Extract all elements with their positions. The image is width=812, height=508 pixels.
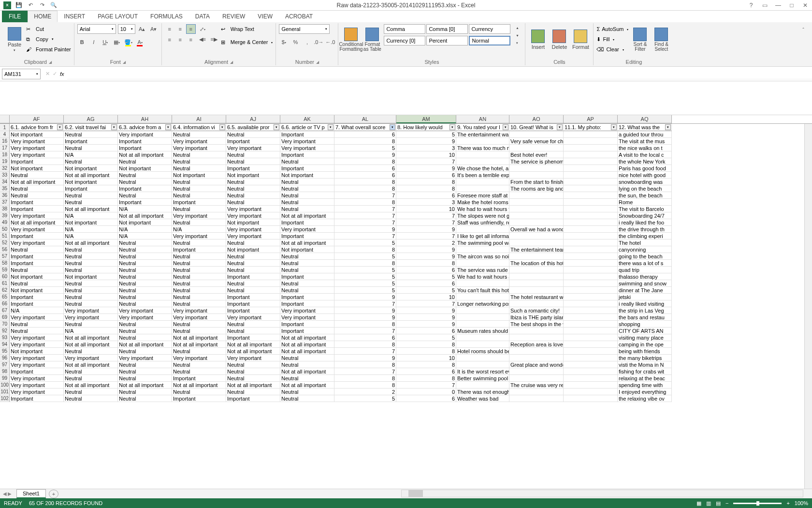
row-header[interactable]: 19 bbox=[0, 158, 10, 165]
row-header[interactable]: 99 bbox=[0, 375, 10, 382]
cell[interactable]: It's been a terrible experience. bbox=[456, 172, 509, 179]
align-bottom-button[interactable]: ≡ bbox=[186, 24, 196, 34]
cell[interactable]: 9 bbox=[334, 355, 396, 361]
cell[interactable] bbox=[509, 172, 564, 179]
cell[interactable]: I enjoyed everything bbox=[618, 388, 672, 395]
cell[interactable]: 7 bbox=[396, 233, 456, 239]
formula-input[interactable] bbox=[67, 69, 812, 79]
row-header[interactable]: 4 bbox=[0, 131, 10, 138]
cell[interactable]: fishing for crabs wit bbox=[618, 368, 672, 375]
cell[interactable]: Neutral bbox=[280, 192, 334, 199]
cell[interactable]: Not important bbox=[172, 172, 226, 179]
cell[interactable]: Very important bbox=[226, 212, 280, 219]
cell[interactable]: Neutral bbox=[64, 145, 118, 151]
cell[interactable] bbox=[564, 172, 618, 179]
cell[interactable]: N/A bbox=[118, 206, 172, 212]
clipboard-dialog-launcher[interactable]: ◢ bbox=[49, 60, 52, 64]
cell[interactable]: Important bbox=[172, 375, 226, 382]
filter-dropdown-icon[interactable]: ▾ bbox=[390, 124, 395, 130]
cell[interactable]: 7 bbox=[396, 382, 456, 388]
cell[interactable] bbox=[509, 375, 564, 382]
cell[interactable]: Not at all important bbox=[64, 361, 118, 368]
column-header-AP[interactable]: AP bbox=[564, 115, 618, 123]
cell[interactable]: Neutral bbox=[172, 239, 226, 246]
cell[interactable]: Neutral bbox=[118, 192, 172, 199]
cell[interactable] bbox=[509, 233, 564, 239]
column-header-AM[interactable]: AM bbox=[396, 115, 456, 123]
cell-style-currency-0-[interactable]: Currency [0] bbox=[384, 36, 425, 45]
cell[interactable] bbox=[564, 253, 618, 260]
row-header[interactable]: 51 bbox=[0, 233, 10, 239]
cell[interactable]: Neutral bbox=[118, 375, 172, 382]
format-as-table-button[interactable]: Format as Table bbox=[362, 24, 382, 55]
cell[interactable]: Not at all important bbox=[226, 341, 280, 348]
cell[interactable]: Not important bbox=[10, 131, 64, 138]
cell[interactable]: Neutral bbox=[118, 348, 172, 355]
cell[interactable]: Neutral bbox=[280, 199, 334, 206]
cell[interactable]: Important bbox=[118, 199, 172, 206]
comma-format-button[interactable]: , bbox=[302, 37, 312, 47]
cell[interactable]: There was not enough snow. They should b… bbox=[456, 388, 509, 395]
cell[interactable]: Neutral bbox=[280, 395, 334, 402]
cell[interactable]: 10 bbox=[396, 355, 456, 361]
cell[interactable]: Not at all important bbox=[118, 341, 172, 348]
cell[interactable]: Not at all important bbox=[172, 341, 226, 348]
cell[interactable] bbox=[564, 151, 618, 158]
print-preview-button[interactable]: 🔍 bbox=[48, 0, 59, 10]
cell[interactable]: 6 bbox=[396, 368, 456, 375]
border-button[interactable]: ▦▾ bbox=[112, 37, 122, 47]
cell[interactable]: Not at all important bbox=[118, 212, 172, 219]
sheet-tab[interactable]: Sheet1 bbox=[16, 489, 46, 498]
row-header[interactable]: 94 bbox=[0, 341, 10, 348]
cell[interactable]: The slopes were not good. bbox=[456, 212, 509, 219]
row-header[interactable]: 52 bbox=[0, 239, 10, 246]
cell-style-normal[interactable]: Normal bbox=[469, 36, 510, 45]
cell[interactable]: Very important bbox=[10, 212, 64, 219]
cell[interactable]: Neutral bbox=[118, 300, 172, 307]
cell[interactable]: 7 bbox=[396, 158, 456, 165]
horizontal-scrollbar[interactable] bbox=[401, 490, 803, 497]
cell[interactable]: 8 bbox=[334, 179, 396, 185]
zoom-in-button[interactable]: + bbox=[786, 500, 789, 506]
cell[interactable]: Not important bbox=[10, 273, 64, 280]
cell[interactable] bbox=[509, 395, 564, 402]
cell[interactable]: 6 bbox=[396, 395, 456, 402]
cell[interactable]: the nice walks on t bbox=[618, 145, 672, 151]
cell[interactable]: 7 bbox=[334, 233, 396, 239]
undo-button[interactable]: ↶ bbox=[25, 0, 36, 10]
cell[interactable]: Neutral bbox=[226, 361, 280, 368]
cell[interactable]: Neutral bbox=[172, 388, 226, 395]
normal-view-button[interactable]: ▦ bbox=[696, 500, 701, 507]
cell[interactable]: The hotel bbox=[618, 239, 672, 246]
column-header-AL[interactable]: AL bbox=[334, 115, 396, 123]
cell[interactable] bbox=[509, 192, 564, 199]
decrease-font-button[interactable]: A▾ bbox=[149, 24, 159, 34]
cell[interactable]: Staff was unfriendly, replace them. bbox=[456, 219, 509, 226]
cell[interactable]: Important bbox=[10, 300, 64, 307]
align-center-button[interactable]: ≡ bbox=[175, 35, 185, 45]
cell[interactable]: Neutral bbox=[118, 267, 172, 273]
close-button[interactable]: ✕ bbox=[798, 0, 812, 10]
cell[interactable]: visti the Moma in N bbox=[618, 361, 672, 368]
filter-dropdown-icon[interactable]: ▾ bbox=[165, 124, 171, 130]
row-header[interactable]: 18 bbox=[0, 151, 10, 158]
cell[interactable]: Neutral bbox=[172, 158, 226, 165]
cell[interactable]: Not at all important bbox=[64, 334, 118, 341]
cell[interactable]: jetski bbox=[618, 294, 672, 300]
increase-decimal-button[interactable]: .0→ bbox=[314, 37, 323, 47]
filter-dropdown-icon[interactable]: ▾ bbox=[665, 124, 671, 130]
cell[interactable]: The entertainment team are fantastic bbox=[509, 246, 564, 253]
cell[interactable]: Important bbox=[118, 185, 172, 192]
cell[interactable]: Reception area is lovely and welcoming a… bbox=[509, 341, 564, 348]
cell[interactable]: Very important bbox=[280, 138, 334, 145]
cell[interactable]: Important bbox=[10, 199, 64, 206]
cell[interactable]: Very important bbox=[118, 314, 172, 321]
cell[interactable]: The entertainment was so bad: they shoul… bbox=[456, 131, 509, 138]
filter-dropdown-icon[interactable]: ▾ bbox=[611, 124, 617, 130]
cell[interactable]: Very important bbox=[118, 307, 172, 314]
cell[interactable]: You can't fault this hotel for location … bbox=[456, 287, 509, 294]
cell[interactable]: Important bbox=[280, 233, 334, 239]
cell[interactable]: Very important bbox=[64, 355, 118, 361]
formula-bar-expanded[interactable] bbox=[0, 81, 812, 115]
cell[interactable]: Neutral bbox=[280, 287, 334, 294]
